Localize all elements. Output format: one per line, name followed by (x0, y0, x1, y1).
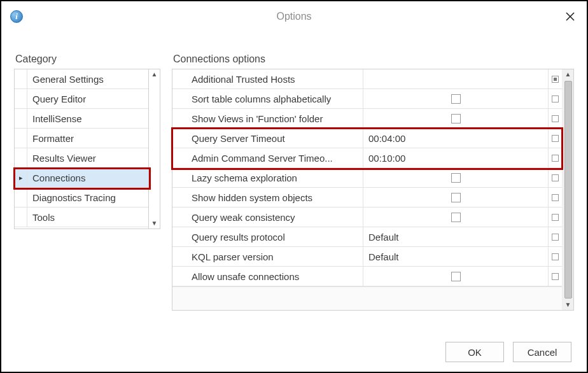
option-row[interactable]: Sort table columns alphabetically (172, 89, 562, 109)
option-value-cell[interactable]: Default (363, 227, 548, 246)
category-item-label: Tools (32, 212, 55, 223)
option-label: Allow unsafe connections (172, 267, 363, 286)
content-area: Category General SettingsQuery EditorInt… (1, 32, 587, 332)
square-icon (552, 194, 559, 201)
row-marker (15, 168, 27, 187)
category-scrollbar[interactable]: ▲ ▼ (148, 69, 160, 229)
row-marker (15, 129, 27, 148)
scroll-up-icon[interactable]: ▲ (151, 71, 158, 78)
option-value-cell[interactable] (363, 89, 548, 108)
square-icon (552, 273, 559, 280)
checkbox-icon[interactable] (451, 193, 461, 202)
option-value-cell[interactable]: 00:04:00 (363, 129, 548, 148)
info-icon (10, 10, 23, 23)
square-icon (552, 76, 559, 83)
option-label: Query Server Timeout (172, 129, 363, 148)
scroll-up-icon[interactable]: ▲ (565, 69, 571, 80)
options-column: Connections options Additional Trusted H… (172, 32, 574, 326)
row-end-toggle[interactable] (548, 129, 562, 148)
row-marker (15, 89, 27, 108)
row-marker (15, 148, 27, 167)
category-list: General SettingsQuery EditorIntelliSense… (14, 69, 160, 229)
checkbox-icon[interactable] (451, 114, 461, 123)
row-end-toggle[interactable] (548, 89, 562, 108)
square-icon (552, 135, 559, 142)
option-label: Show Views in 'Function' folder (172, 109, 363, 128)
checkbox-icon[interactable] (451, 272, 461, 281)
option-value: Default (368, 232, 399, 243)
option-row[interactable]: Lazy schema exploration (172, 168, 562, 188)
option-row[interactable]: Query results protocolDefault (172, 227, 562, 247)
square-icon (552, 155, 559, 162)
category-item-label: Connections (32, 172, 85, 183)
option-row[interactable]: Query Server Timeout00:04:00 (172, 129, 562, 148)
category-item-label: Formatter (32, 133, 74, 144)
option-label: Lazy schema exploration (172, 168, 363, 187)
category-item-label: IntelliSense (32, 113, 82, 124)
option-value-cell[interactable] (363, 109, 548, 128)
option-value-cell[interactable]: 00:10:00 (363, 148, 548, 167)
options-heading: Connections options (173, 53, 574, 65)
category-item[interactable]: Diagnostics Tracing (15, 188, 148, 208)
option-value-cell[interactable] (363, 208, 548, 227)
row-end-toggle[interactable] (548, 109, 562, 128)
row-end-toggle[interactable] (548, 267, 562, 286)
options-footer (172, 286, 562, 310)
category-column: Category General SettingsQuery EditorInt… (14, 32, 160, 326)
category-item[interactable]: Formatter (15, 129, 148, 148)
close-icon (565, 11, 575, 22)
checkbox-icon[interactable] (451, 94, 461, 104)
button-bar: OK Cancel (1, 332, 587, 372)
option-label: Query results protocol (172, 227, 363, 246)
options-scrollbar[interactable]: ▲ ▼ (562, 69, 573, 310)
row-end-toggle[interactable] (548, 227, 562, 246)
option-row[interactable]: Show Views in 'Function' folder (172, 109, 562, 129)
window-title: Options (276, 11, 311, 22)
category-item[interactable]: IntelliSense (15, 109, 148, 129)
option-label: Query weak consistency (172, 208, 363, 227)
close-button[interactable] (561, 8, 579, 25)
category-item[interactable]: Query Editor (15, 89, 148, 109)
option-row[interactable]: KQL parser versionDefault (172, 247, 562, 267)
row-marker (15, 188, 27, 207)
square-icon (552, 253, 559, 260)
category-item[interactable]: Connections (15, 168, 148, 188)
row-end-toggle[interactable] (548, 148, 562, 167)
option-value: 00:04:00 (368, 133, 405, 144)
row-end-toggle[interactable] (548, 208, 562, 227)
option-value-cell[interactable] (363, 267, 548, 286)
scroll-down-icon[interactable]: ▼ (565, 300, 571, 310)
cancel-button[interactable]: Cancel (513, 342, 571, 362)
option-row[interactable]: Allow unsafe connections (172, 267, 562, 286)
category-item[interactable]: Tools (15, 208, 148, 227)
option-label: Sort table columns alphabetically (172, 89, 363, 108)
row-end-toggle[interactable] (548, 188, 562, 207)
option-value: Default (368, 251, 399, 262)
checkbox-icon[interactable] (451, 173, 461, 183)
row-end-toggle[interactable] (548, 69, 562, 88)
option-label: Show hidden system objects (172, 188, 363, 207)
option-value-cell[interactable] (363, 69, 548, 88)
option-value: 00:10:00 (368, 153, 405, 164)
ok-button[interactable]: OK (445, 342, 504, 362)
option-row[interactable]: Additional Trusted Hosts (172, 69, 562, 89)
checkbox-icon[interactable] (451, 213, 461, 222)
scrollbar-thumb[interactable] (564, 81, 572, 299)
option-row[interactable]: Show hidden system objects (172, 188, 562, 208)
options-grid: Additional Trusted HostsSort table colum… (172, 69, 574, 311)
option-row[interactable]: Query weak consistency (172, 208, 562, 227)
category-item-label: Results Viewer (32, 153, 96, 164)
category-item[interactable]: General Settings (15, 69, 148, 89)
category-item[interactable]: Results Viewer (15, 148, 148, 168)
row-end-toggle[interactable] (548, 247, 562, 266)
option-value-cell[interactable] (363, 188, 548, 207)
row-end-toggle[interactable] (548, 168, 562, 187)
category-item-label: Query Editor (32, 94, 86, 104)
square-icon (552, 115, 559, 122)
option-value-cell[interactable] (363, 168, 548, 187)
options-window: Options Category General SettingsQuery E… (0, 0, 588, 373)
category-item-label: General Settings (32, 74, 104, 85)
option-value-cell[interactable]: Default (363, 247, 548, 266)
option-row[interactable]: Admin Command Server Timeo...00:10:00 (172, 148, 562, 168)
scroll-down-icon[interactable]: ▼ (151, 220, 158, 227)
